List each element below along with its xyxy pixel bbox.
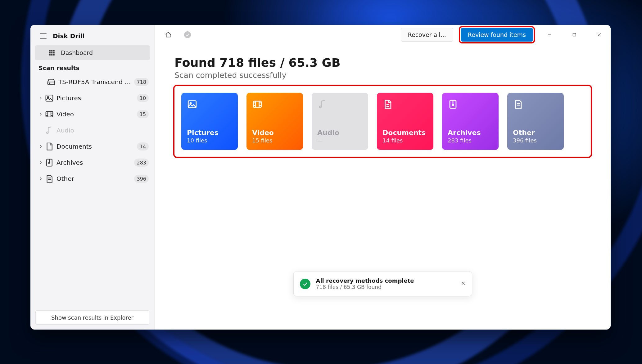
tree-archives-badge: 283 bbox=[134, 159, 149, 167]
card-archives-title: Archives bbox=[448, 129, 493, 137]
grid-icon bbox=[48, 49, 56, 56]
tree-drive-label: TS-RDF5A Transcend US... bbox=[58, 78, 134, 86]
tree-pictures-label: Pictures bbox=[57, 94, 137, 102]
menu-icon[interactable] bbox=[40, 33, 47, 39]
svg-rect-3 bbox=[49, 52, 51, 53]
tree-pictures[interactable]: Pictures 10 bbox=[30, 90, 154, 106]
tree-archives[interactable]: Archives 283 bbox=[30, 155, 154, 171]
titlebar: Recover all... Review found items bbox=[155, 25, 611, 45]
svg-rect-32 bbox=[253, 101, 261, 107]
card-other[interactable]: Other 396 files bbox=[507, 93, 564, 150]
card-audio[interactable]: Audio — bbox=[312, 93, 368, 150]
picture-icon bbox=[45, 93, 54, 103]
svg-rect-23 bbox=[49, 163, 50, 164]
card-video-title: Video bbox=[252, 129, 297, 137]
svg-rect-13 bbox=[46, 111, 53, 117]
sidebar-header: Disk Drill bbox=[30, 25, 154, 45]
toast-title: All recovery methods complete bbox=[316, 277, 414, 284]
recover-all-button[interactable]: Recover all... bbox=[401, 28, 453, 42]
completion-toast: All recovery methods complete 718 files … bbox=[293, 272, 472, 296]
document-icon bbox=[382, 99, 393, 110]
svg-rect-7 bbox=[51, 54, 52, 56]
file-icon bbox=[513, 99, 523, 110]
svg-rect-8 bbox=[53, 54, 55, 56]
tree-audio[interactable]: Audio bbox=[30, 122, 154, 138]
main-pane: Recover all... Review found items Found … bbox=[155, 25, 611, 330]
card-audio-sub: — bbox=[317, 137, 363, 144]
tree-pictures-badge: 10 bbox=[137, 94, 149, 102]
home-button[interactable] bbox=[162, 29, 174, 41]
sidebar-footer: Show scan results in Explorer bbox=[30, 305, 154, 330]
svg-rect-0 bbox=[49, 50, 51, 52]
card-other-title: Other bbox=[513, 129, 558, 137]
category-cards-highlight: Pictures 10 files Video 15 files Audio — bbox=[174, 86, 591, 157]
tree-video[interactable]: Video 15 bbox=[30, 106, 154, 122]
archive-icon bbox=[448, 99, 458, 110]
titlebar-left bbox=[162, 29, 194, 41]
card-archives[interactable]: Archives 283 files bbox=[442, 93, 499, 150]
svg-rect-44 bbox=[452, 104, 454, 106]
sidebar: Disk Drill Dashboard Scan results TS-RDF… bbox=[30, 25, 155, 330]
tree-other[interactable]: Other 396 bbox=[30, 171, 154, 187]
tree-other-label: Other bbox=[57, 175, 134, 182]
app-title: Disk Drill bbox=[53, 32, 85, 40]
review-button-highlight: Review found items bbox=[460, 27, 534, 42]
tree-audio-label: Audio bbox=[57, 127, 149, 134]
card-pictures[interactable]: Pictures 10 files bbox=[181, 93, 238, 150]
results-headline: Found 718 files / 65.3 GB bbox=[174, 56, 591, 70]
card-video-sub: 15 files bbox=[252, 137, 297, 144]
chevron-right-icon bbox=[38, 176, 43, 182]
toast-sub: 718 files / 65.3 GB found bbox=[316, 284, 414, 290]
video-icon bbox=[252, 99, 263, 110]
card-archives-sub: 283 files bbox=[448, 137, 493, 144]
scan-results-section-label: Scan results bbox=[30, 60, 154, 74]
card-pictures-title: Pictures bbox=[187, 129, 232, 137]
toast-close-button[interactable] bbox=[461, 281, 466, 287]
card-other-sub: 396 files bbox=[513, 137, 558, 144]
card-pictures-sub: 10 files bbox=[187, 137, 232, 144]
results-subline: Scan completed successfully bbox=[174, 71, 591, 80]
svg-rect-4 bbox=[51, 52, 52, 53]
status-complete-icon bbox=[181, 29, 194, 41]
tree-documents[interactable]: Documents 14 bbox=[30, 138, 154, 155]
show-in-explorer-button[interactable]: Show scan results in Explorer bbox=[35, 310, 149, 325]
archive-icon bbox=[45, 158, 54, 167]
window-minimize-button[interactable] bbox=[540, 28, 558, 42]
svg-rect-6 bbox=[49, 54, 51, 56]
card-documents-title: Documents bbox=[382, 129, 428, 137]
toast-text: All recovery methods complete 718 files … bbox=[316, 277, 414, 290]
window-maximize-button[interactable] bbox=[565, 28, 583, 42]
svg-point-10 bbox=[49, 83, 50, 84]
chevron-right-icon bbox=[38, 111, 43, 117]
tree-documents-label: Documents bbox=[57, 143, 137, 150]
card-video[interactable]: Video 15 files bbox=[246, 93, 303, 150]
tree-other-badge: 396 bbox=[134, 175, 149, 183]
review-found-items-button[interactable]: Review found items bbox=[461, 28, 533, 42]
tree-documents-badge: 14 bbox=[137, 142, 149, 151]
app-window: Disk Drill Dashboard Scan results TS-RDF… bbox=[30, 25, 611, 330]
card-documents-sub: 14 files bbox=[382, 137, 428, 144]
document-icon bbox=[45, 142, 54, 151]
audio-icon bbox=[317, 99, 328, 110]
nav-dashboard[interactable]: Dashboard bbox=[35, 45, 150, 60]
tree-drive-badge: 718 bbox=[134, 78, 149, 86]
card-audio-title: Audio bbox=[317, 129, 363, 137]
video-icon bbox=[45, 110, 54, 119]
drive-icon bbox=[47, 77, 56, 87]
card-documents[interactable]: Documents 14 files bbox=[377, 93, 433, 150]
tree-video-badge: 15 bbox=[137, 110, 149, 118]
picture-icon bbox=[187, 99, 197, 110]
audio-icon bbox=[45, 126, 54, 135]
svg-rect-11 bbox=[46, 95, 53, 101]
tree-archives-label: Archives bbox=[57, 159, 134, 166]
nav-dashboard-label: Dashboard bbox=[61, 49, 93, 56]
tree-video-label: Video bbox=[57, 110, 137, 118]
chevron-right-icon bbox=[38, 144, 43, 149]
svg-rect-27 bbox=[573, 33, 576, 36]
window-close-button[interactable] bbox=[590, 28, 608, 42]
svg-rect-2 bbox=[53, 50, 55, 52]
file-icon bbox=[45, 174, 54, 183]
tree-drive[interactable]: TS-RDF5A Transcend US... 718 bbox=[30, 74, 154, 90]
svg-rect-5 bbox=[53, 52, 55, 53]
content-area: Found 718 files / 65.3 GB Scan completed… bbox=[155, 45, 611, 168]
